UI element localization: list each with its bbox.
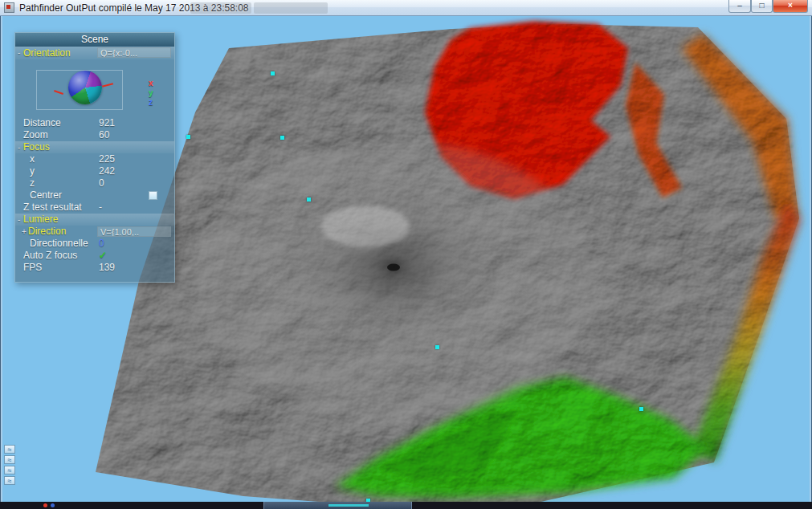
terrain-marker[interactable]: [186, 135, 190, 139]
orientation-trackball[interactable]: x y z: [15, 59, 174, 117]
app-icon: [4, 2, 14, 13]
axis-label-x: x: [149, 79, 153, 88]
collapse-toggle-icon[interactable]: -: [18, 47, 20, 59]
axis-label-y: y: [149, 88, 153, 97]
taskbar-item[interactable]: [263, 502, 412, 509]
minimize-button[interactable]: –: [728, 0, 751, 13]
directionnelle-field[interactable]: 0: [99, 238, 104, 250]
row-focus-y: y 242: [15, 165, 174, 177]
scene-panel-title[interactable]: Scene: [15, 33, 174, 47]
orientation-section[interactable]: - Orientation Q={x:-0...: [15, 47, 174, 59]
terrain-marker[interactable]: [639, 407, 643, 411]
row-distance: Distance 921: [15, 117, 174, 129]
terrain-marker[interactable]: [307, 197, 311, 202]
collapse-toggle-icon[interactable]: -: [18, 214, 20, 226]
row-directionnelle: Directionnelle 0: [15, 238, 174, 250]
direction-value-field[interactable]: V={1.00,..: [97, 226, 171, 237]
row-fps: FPS 139: [15, 262, 174, 274]
volcano-crater: [387, 264, 400, 271]
terrain-marker[interactable]: [280, 136, 284, 140]
close-button[interactable]: ×: [773, 0, 808, 13]
row-z-test: Z test resultat -: [15, 202, 174, 214]
orientation-value-field[interactable]: Q={x:-0...: [97, 47, 171, 58]
view-tool-button[interactable]: ≈: [4, 476, 15, 485]
z-test-value: -: [99, 202, 102, 214]
view-tools: ≈≈≈≈: [4, 445, 15, 485]
snow-highlight: [321, 206, 410, 247]
view-tool-button[interactable]: ≈: [4, 466, 15, 474]
focus-y-field[interactable]: 242: [99, 165, 115, 177]
row-auto-z-focus: Auto Z focus ✓: [15, 250, 174, 262]
centrer-checkbox[interactable]: [149, 191, 157, 200]
distance-value-field[interactable]: 921: [99, 117, 115, 129]
focus-x-field[interactable]: 225: [99, 153, 115, 165]
row-focus-x: x 225: [15, 153, 174, 165]
taskbar[interactable]: [0, 502, 812, 509]
row-centrer: Centrer: [15, 189, 174, 202]
trackball-sphere[interactable]: [68, 71, 102, 104]
window-controls: – □ ×: [728, 0, 808, 13]
expand-toggle-icon[interactable]: +: [22, 226, 27, 238]
row-zoom: Zoom 60: [15, 129, 174, 141]
window-titlebar[interactable]: Pathfinder OutPut compilé le May 17 2013…: [0, 0, 812, 16]
auto-z-focus-check-icon[interactable]: ✓: [99, 250, 107, 262]
collapse-toggle-icon[interactable]: -: [18, 141, 20, 153]
row-direction[interactable]: + Direction V={1.00,..: [15, 226, 174, 238]
3d-viewport[interactable]: Scene - Orientation Q={x:-0... x y z Dis…: [2, 16, 810, 502]
terrain-marker[interactable]: [271, 71, 275, 75]
orientation-label: Orientation: [23, 47, 71, 59]
fps-value: 139: [99, 262, 115, 274]
scene-panel: Scene - Orientation Q={x:-0... x y z Dis…: [14, 32, 175, 283]
background-window-fragment: [190, 2, 251, 14]
focus-section[interactable]: - Focus: [15, 141, 174, 153]
background-window-fragment: [254, 2, 328, 14]
maximize-button[interactable]: □: [751, 0, 773, 13]
taskbar-dot-icon: [51, 503, 55, 507]
axis-label-z: z: [149, 98, 153, 107]
taskbar-item-highlight: [328, 504, 369, 507]
zoom-value-field[interactable]: 60: [99, 129, 109, 141]
row-focus-z: z 0: [15, 177, 174, 189]
focus-z-field[interactable]: 0: [99, 177, 104, 189]
application-window: Pathfinder OutPut compilé le May 17 2013…: [0, 0, 812, 509]
view-tool-button[interactable]: ≈: [4, 455, 15, 464]
view-tool-button[interactable]: ≈: [4, 445, 15, 454]
lumiere-section[interactable]: - Lumiere: [15, 214, 174, 226]
taskbar-dot-icon: [43, 503, 47, 507]
terrain-marker[interactable]: [435, 345, 439, 349]
